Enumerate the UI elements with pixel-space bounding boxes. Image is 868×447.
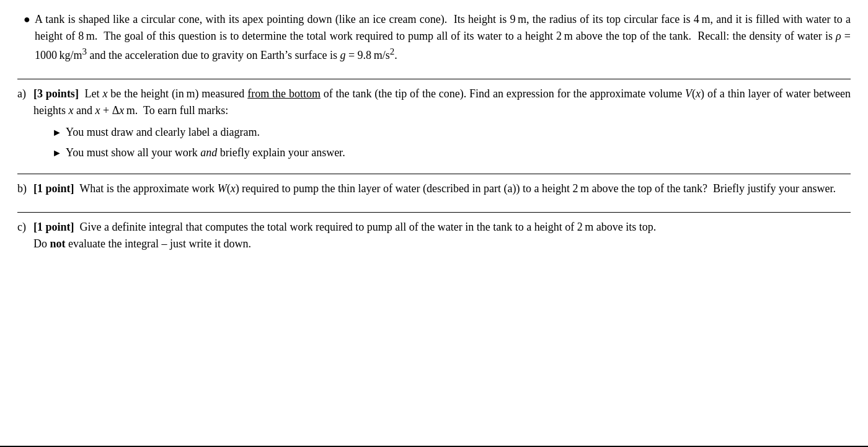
bullet-text-1: You must draw and clearly label a diagra… (66, 124, 851, 141)
separator-line-top (17, 79, 851, 79)
part-b-row: b) [1 point] What is the approximate wor… (17, 180, 851, 200)
part-b-content: [1 point] What is the approximate work W… (33, 180, 851, 200)
part-a-points: [3 points] (33, 87, 79, 100)
part-c-label: c) (17, 219, 33, 255)
part-a-row: a) [3 points] Let x be the height (in m)… (17, 86, 851, 161)
bullet-item-2: ► You must show all your work and briefl… (52, 144, 851, 161)
part-c-header: [1 point] Give a definite integral that … (33, 219, 851, 252)
page-container: ● A tank is shaped like a circular cone,… (0, 0, 868, 447)
intro-text: A tank is shaped like a circular cone, w… (35, 11, 851, 64)
bullet-item-1: ► You must draw and clearly label a diag… (52, 124, 851, 141)
bullet-arrow-2: ► (52, 146, 66, 161)
part-b-label: b) (17, 180, 33, 200)
problem-block: ● A tank is shaped like a circular cone,… (17, 11, 851, 261)
intro-bullet: ● (24, 11, 35, 64)
part-c-row: c) [1 point] Give a definite integral th… (17, 219, 851, 255)
separator-line-bc (17, 212, 851, 213)
separator-line-ab (17, 174, 851, 174)
bullet-text-2: You must show all your work and briefly … (66, 144, 851, 161)
part-c-not: not (50, 237, 66, 250)
bullet-arrow-1: ► (52, 125, 66, 140)
part-a-bullets: ► You must draw and clearly label a diag… (52, 124, 851, 161)
part-c-content: [1 point] Give a definite integral that … (33, 219, 851, 255)
part-b-points: [1 point] (33, 182, 74, 195)
intro-section: ● A tank is shaped like a circular cone,… (17, 11, 851, 64)
part-a-label: a) (17, 86, 33, 161)
part-a-content: [3 points] Let x be the height (in m) me… (33, 86, 851, 161)
part-a-header: [3 points] Let x be the height (in m) me… (33, 86, 851, 119)
part-b-header: [1 point] What is the approximate work W… (33, 180, 851, 197)
part-c-points: [1 point] (33, 221, 74, 233)
